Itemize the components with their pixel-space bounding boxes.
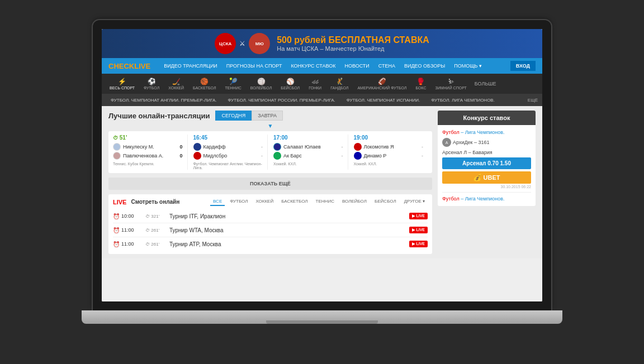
nav-help[interactable]: ПОМОЩЬ ▾ [449, 58, 486, 74]
salavat-name: Салават Юлаев [283, 144, 321, 150]
sport-tennis[interactable]: 🎾 ТЕННИС [222, 78, 245, 90]
svg-point-7 [354, 152, 361, 159]
widget-football-link-2[interactable]: Футбол – Лига Чемпионов. [442, 196, 531, 202]
tennis-icon: 🎾 [229, 78, 238, 85]
sport-football[interactable]: ⚽ ФУТБОЛ [140, 78, 163, 90]
show-more-button[interactable]: ПОКАЗАТЬ ЕЩЁ [108, 178, 432, 190]
match-4-time: 19:00 [354, 135, 424, 141]
filter-all[interactable]: ВСЕ [210, 198, 225, 206]
laptop-base [82, 310, 562, 324]
widget-user-name: АрхиДек – 3161 [453, 140, 490, 145]
banner: ЦСКА ⚔ МЮ 500 рублей БЕСПЛАТНАЯ СТАВКА Н… [102, 29, 542, 58]
sport-basketball[interactable]: 🏀 БАСКЕТБОЛ [190, 78, 220, 90]
widget-football-link[interactable]: Футбол – Лига Чемпионов. [442, 130, 531, 135]
akbars-name: Ак Барс [283, 153, 302, 159]
hockey-icon: 🏒 [172, 78, 181, 85]
match-1-team1: Никулеску М. 0 [113, 143, 183, 151]
basketball-label: БАСКЕТБОЛ [193, 86, 216, 90]
quick-nav-russia[interactable]: ФУТБОЛ. ЧЕМПИОНАТ РОССИИ. ПРЕМЬЕР-ЛИГА. [224, 98, 340, 103]
tab-tomorrow[interactable]: ЗАВТРА [252, 111, 283, 121]
sport-winter[interactable]: ⛷ ЗИМНИЙ СПОРТ [432, 78, 470, 90]
nav-news[interactable]: НОВОСТИ [340, 58, 373, 74]
widget-divider [442, 192, 531, 193]
handball-icon: 🤾 [335, 78, 344, 85]
svg-point-6 [354, 143, 361, 150]
left-column: Лучшие онлайн-трансляции СЕГОДНЯ ЗАВТРА [108, 111, 432, 254]
boxing-icon: 🥊 [416, 78, 425, 85]
filter-baseball[interactable]: БЕЙСБОЛ [372, 198, 399, 206]
widget-bet-text: Арсенал Л – Бавария [442, 150, 531, 155]
racing-icon: 🏎 [312, 78, 319, 85]
widget-league-link-2[interactable]: Лига Чемпионов. [465, 196, 505, 202]
tab-arrow [108, 123, 432, 129]
section-title: Лучшие онлайн-трансляции [108, 112, 210, 120]
match-3: 17:00 Салават Юлаев - [273, 135, 348, 170]
live-header: LIVE Смотреть онлайн ВСЕ ФУТБОЛ ХОККЕЙ Б… [113, 198, 428, 206]
volleyball-label: ВОЛЕЙБОЛ [250, 86, 272, 90]
match-4-team1: Локомотив Я - [354, 143, 424, 151]
sport-hockey[interactable]: 🏒 ХОККЕЙ [165, 78, 187, 90]
svg-point-3 [194, 152, 201, 159]
banner-logos: ЦСКА ⚔ МЮ [215, 33, 270, 54]
live-item-2-name: Турнир WTA, Москва [169, 227, 405, 233]
quick-nav-champions[interactable]: ФУТБОЛ. ЛИГА ЧЕМПИОНОВ. [427, 98, 499, 103]
volleyball-icon: 🏐 [257, 78, 266, 85]
nav-video-reviews[interactable]: ВИДЕО ОБЗОРЫ [400, 58, 449, 74]
svg-point-5 [274, 152, 281, 159]
quick-nav-england[interactable]: ФУТБОЛ. ЧЕМПИОНАТ АНГЛИИ. ПРЕМЬЕР-ЛИГА. [106, 98, 221, 103]
basketball-icon: 🏀 [200, 78, 209, 85]
sport-american-football[interactable]: 🏈 АМЕРИКАНСКИЙ ФУТБОЛ [354, 78, 410, 90]
sport-baseball[interactable]: ⚾ БЕЙСБОЛ [277, 78, 303, 90]
time-3: 11:00 [121, 241, 134, 247]
live-item-2-timer: ⏱ 261' [145, 228, 165, 233]
sport-all[interactable]: ⚡ ВЕСЬ СПОРТ [106, 78, 138, 90]
right-column: Конкурс ставок Футбол – Лига Чемпионов. … [438, 111, 536, 254]
filter-tennis[interactable]: ТЕННИС [313, 198, 337, 206]
team1-logo [113, 143, 121, 151]
live-item-2: ⏰ 11:00 ⏱ 261' Турнир WTA, Москва ▶ LIVE [113, 223, 428, 237]
winter-icon: ⛷ [448, 78, 454, 85]
football-label: ФУТБОЛ [144, 86, 159, 90]
vs-icon: ⚔ [239, 40, 245, 47]
live-subtitle: Смотреть онлайн [131, 199, 179, 205]
main-content: Лучшие онлайн-трансляции СЕГОДНЯ ЗАВТРА [102, 106, 542, 258]
nav-wall[interactable]: СТЕНА [374, 58, 400, 74]
tab-group: СЕГОДНЯ ЗАВТРА [215, 111, 283, 121]
live-item-1-time: ⏰ 10:00 [113, 213, 141, 219]
widget-league-link[interactable]: Лига Чемпионов. [465, 130, 505, 135]
live-badge-1: ▶ LIVE [409, 213, 428, 219]
lokomotiv-name: Локомотив Я [364, 144, 394, 150]
nav-predictions[interactable]: ПРОГНОЗЫ НА СПОРТ [222, 58, 287, 74]
team2-name: Павлюченкова А. [123, 153, 163, 159]
sport-handball[interactable]: 🤾 ГАНДБОЛ [327, 78, 352, 90]
live-item-3: ⏰ 11:00 ⏱ 261' Турнир ATP, Москва ▶ LIVE [113, 237, 428, 251]
quick-nav-more[interactable]: ЕЩЁ [528, 98, 538, 103]
bet-logo-text: UBET [484, 174, 500, 181]
live-badge-2: ▶ LIVE [409, 227, 428, 233]
live-item-2-time: ⏰ 11:00 [113, 227, 141, 233]
nav-bets-contest[interactable]: КОНКУРС СТАВОК [286, 58, 340, 74]
filter-other[interactable]: ДРУГОЕ ▾ [401, 198, 428, 206]
filter-basketball[interactable]: БАСКЕТБОЛ [278, 198, 310, 206]
team1-name: Никулеску М. [123, 144, 154, 150]
boxing-label: БОКС [415, 86, 426, 90]
filter-volleyball[interactable]: ВОЛЕЙБОЛ [339, 198, 370, 206]
filter-hockey[interactable]: ХОККЕЙ [253, 198, 276, 206]
section-header: Лучшие онлайн-трансляции СЕГОДНЯ ЗАВТРА [108, 111, 432, 121]
sport-more[interactable]: БОЛЬШЕ [472, 81, 499, 87]
nav-video-broadcasts[interactable]: ВИДЕО ТРАНСЛЯЦИИ [159, 58, 222, 74]
live-item-3-timer: ⏱ 261' [145, 242, 165, 247]
widget-content: Футбол – Лига Чемпионов. A АрхиДек – 316… [438, 125, 536, 206]
team1-score: 0 [179, 144, 182, 150]
sport-boxing[interactable]: 🥊 БОКС [412, 78, 429, 90]
match-3-team2: Ак Барс - [273, 152, 343, 160]
hockey-label: ХОККЕЙ [168, 86, 184, 90]
filter-football[interactable]: ФУТБОЛ [227, 198, 250, 206]
sport-volleyball[interactable]: 🏐 ВОЛЕЙБОЛ [247, 78, 276, 90]
quick-nav-spain[interactable]: ФУТБОЛ. ЧЕМПИОНАТ ИСПАНИИ. [342, 98, 424, 103]
match-3-league: Хоккей. КХЛ. [273, 162, 343, 166]
login-button[interactable]: ВХОД [510, 61, 536, 71]
tab-today[interactable]: СЕГОДНЯ [215, 111, 252, 121]
am-football-label: АМЕРИКАНСКИЙ ФУТБОЛ [357, 86, 406, 90]
sport-racing[interactable]: 🏎 ГОНКИ [305, 78, 325, 90]
